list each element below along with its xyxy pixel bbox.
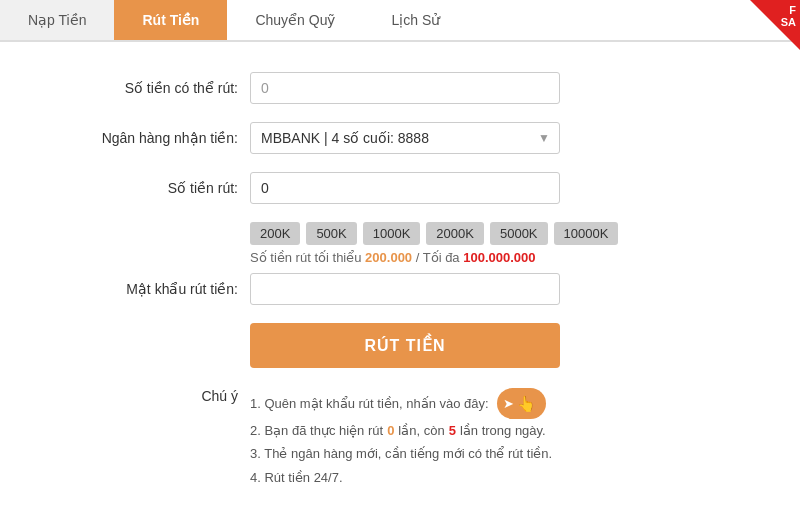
amount-btn-5000k[interactable]: 5000K — [490, 222, 548, 245]
amount-note-max: 100.000.000 — [463, 250, 535, 265]
tab-nap-tien[interactable]: Nạp Tiền — [0, 0, 114, 40]
mat-khau-label: Mật khẩu rút tiền: — [60, 281, 250, 297]
note-2-text-mid: lần, còn — [398, 419, 444, 442]
quick-amount-buttons: 200K 500K 1000K 2000K 5000K 10000K — [250, 222, 740, 245]
ngan-hang-select[interactable]: MBBANK | 4 số cuối: 8888 — [250, 122, 560, 154]
amount-btn-10000k[interactable]: 10000K — [554, 222, 619, 245]
amount-note: Số tiền rút tối thiểu 200.000 / Tối đa 1… — [250, 250, 740, 265]
tab-chuyen-quy[interactable]: Chuyển Quỹ — [227, 0, 363, 40]
note-2-num1: 0 — [387, 419, 394, 442]
tab-bar: Nạp Tiền Rút Tiền Chuyển Quỹ Lịch Sử — [0, 0, 800, 42]
note-1-text: 1. Quên mật khẩu rút tiền, nhấn vào đây: — [250, 392, 489, 415]
note-4: 4. Rút tiền 24/7. — [250, 466, 552, 489]
ngan-hang-field: MBBANK | 4 số cuối: 8888 ▼ — [250, 122, 560, 154]
amount-btn-1000k[interactable]: 1000K — [363, 222, 421, 245]
main-content: Số tiền có thể rút: Ngân hàng nhận tiền:… — [0, 42, 800, 509]
arrow-icon: ➤ — [503, 392, 514, 415]
tab-rut-tien[interactable]: Rút Tiền — [114, 0, 227, 40]
so-tien-rut-label: Số tiền rút: — [60, 180, 250, 196]
so-tien-rut-row: Số tiền rút: — [60, 172, 740, 204]
chu-y-label: Chú ý — [60, 388, 250, 489]
ngan-hang-select-wrapper: MBBANK | 4 số cuối: 8888 ▼ — [250, 122, 560, 154]
note-3: 3. Thẻ ngân hàng mới, cần tiếng mới có t… — [250, 442, 552, 465]
mat-khau-row: Mật khẩu rút tiền: — [60, 273, 740, 305]
so-tien-co-the-field — [250, 72, 560, 104]
notes-section: Chú ý 1. Quên mật khẩu rút tiền, nhấn và… — [60, 388, 740, 489]
rut-tien-button[interactable]: RÚT TIỀN — [250, 323, 560, 368]
amount-btn-200k[interactable]: 200K — [250, 222, 300, 245]
so-tien-co-the-row: Số tiền có thể rút: — [60, 72, 740, 104]
note-2-num2: 5 — [449, 419, 456, 442]
forgot-password-btn[interactable]: ➤ 👆 — [497, 388, 546, 419]
ngan-hang-row: Ngân hàng nhận tiền: MBBANK | 4 số cuối:… — [60, 122, 740, 154]
hand-icon: 👆 — [517, 390, 536, 417]
so-tien-rut-input[interactable] — [250, 172, 560, 204]
ngan-hang-label: Ngân hàng nhận tiền: — [60, 130, 250, 146]
mat-khau-field — [250, 273, 560, 305]
mat-khau-input[interactable] — [250, 273, 560, 305]
amount-btn-500k[interactable]: 500K — [306, 222, 356, 245]
so-tien-rut-field — [250, 172, 560, 204]
rut-tien-btn-wrapper: RÚT TIỀN — [60, 323, 740, 368]
amount-btn-2000k[interactable]: 2000K — [426, 222, 484, 245]
tab-lich-su[interactable]: Lịch Sử — [363, 0, 468, 40]
note-2-text-after: lần trong ngày. — [460, 419, 546, 442]
so-tien-co-the-input — [250, 72, 560, 104]
note-2: 2. Bạn đã thực hiện rút 0 lần, còn 5 lần… — [250, 419, 552, 442]
amount-note-min: 200.000 — [365, 250, 412, 265]
note-4-text: 4. Rút tiền 24/7. — [250, 466, 343, 489]
so-tien-co-the-label: Số tiền có thể rút: — [60, 80, 250, 96]
note-1: 1. Quên mật khẩu rút tiền, nhấn vào đây:… — [250, 388, 552, 419]
note-2-text-before: 2. Bạn đã thực hiện rút — [250, 419, 383, 442]
notes-content: 1. Quên mật khẩu rút tiền, nhấn vào đây:… — [250, 388, 552, 489]
quick-amount-section: 200K 500K 1000K 2000K 5000K 10000K Số ti… — [250, 222, 740, 265]
note-3-text: 3. Thẻ ngân hàng mới, cần tiếng mới có t… — [250, 442, 552, 465]
